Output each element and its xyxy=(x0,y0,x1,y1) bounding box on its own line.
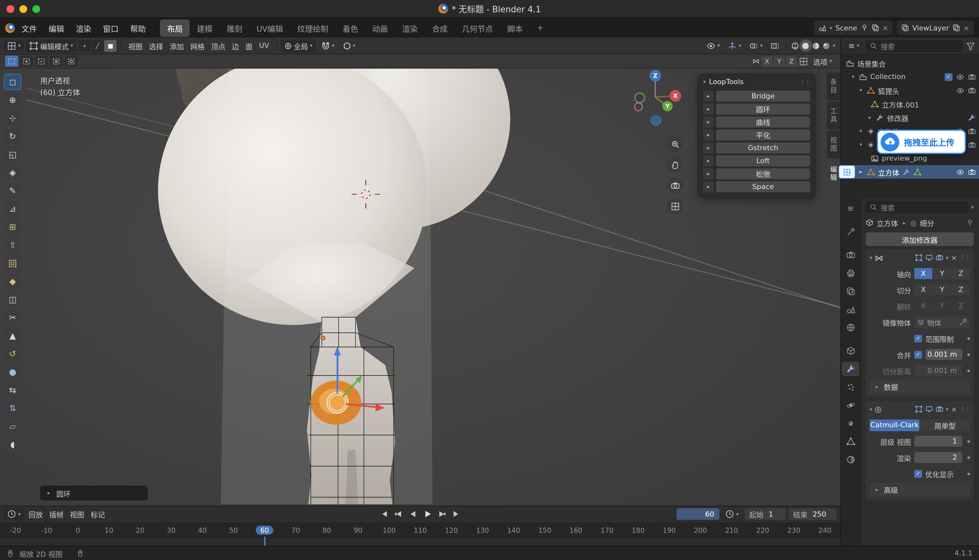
editor-type-button[interactable]: ▾ xyxy=(4,40,24,52)
topbar-menu-item[interactable]: 帮助 xyxy=(124,20,152,36)
sidebar-tab[interactable]: 条目 xyxy=(827,73,841,100)
extrude-region-tool-icon[interactable]: ⇧ xyxy=(4,237,22,253)
viewport-menu-item[interactable]: 边 xyxy=(228,39,242,52)
levels-render-field[interactable]: 2 xyxy=(914,452,962,463)
realtime-toggle-icon[interactable] xyxy=(925,254,933,262)
expand-icon[interactable]: ▾ xyxy=(858,87,864,93)
expand-options-button[interactable]: ▸ xyxy=(703,103,714,114)
extras-dropdown-icon[interactable]: ▾ xyxy=(946,255,949,261)
viewport-menu-item[interactable]: 顶点 xyxy=(208,39,228,52)
tool-options-dropdown[interactable]: 选项▾ xyxy=(810,55,835,68)
axis-toggle-button[interactable]: Z xyxy=(952,300,970,312)
axis-toggle-button[interactable]: X xyxy=(914,268,932,279)
timeline-tick[interactable]: 230 xyxy=(778,527,809,535)
tab-particles[interactable] xyxy=(842,380,859,394)
orientation-dropdown[interactable]: 全局▾ xyxy=(281,39,316,52)
timeline-menu-item[interactable]: 视图 xyxy=(67,508,87,521)
exclude-checkbox[interactable]: ✓ xyxy=(945,73,952,81)
timeline-tick[interactable]: 220 xyxy=(747,527,778,535)
timeline-ruler[interactable]: -20-100102030405060708090100110120130140… xyxy=(0,523,841,538)
looptools-action-button[interactable]: 曲线 xyxy=(716,116,810,127)
mirror-axis-button[interactable]: Y xyxy=(774,56,785,67)
axis-minus-x-ball[interactable] xyxy=(635,103,642,111)
material-shading-button[interactable] xyxy=(812,42,821,50)
viewport-menu-item[interactable]: 视图 xyxy=(125,39,146,52)
topbar-menu-item[interactable]: 窗口 xyxy=(97,20,124,36)
eye-icon[interactable] xyxy=(956,87,964,94)
timeline-tick[interactable]: 200 xyxy=(685,527,716,535)
looptools-action-button[interactable]: Bridge xyxy=(716,90,810,101)
face-select-button[interactable]: ■ xyxy=(104,40,117,52)
tab-scene[interactable] xyxy=(842,302,859,317)
tab-tool[interactable] xyxy=(842,225,859,239)
outliner-row-scene-collection[interactable]: 场景集合 xyxy=(841,56,979,70)
timeline-tick[interactable]: 210 xyxy=(716,527,747,535)
pin-icon[interactable] xyxy=(861,24,868,32)
jump-to-start-button[interactable] xyxy=(377,508,389,520)
tab-world[interactable] xyxy=(842,320,859,335)
animate-dot[interactable] xyxy=(967,472,970,475)
collapse-icon[interactable]: ▾ xyxy=(870,255,872,261)
catmull-clark-tab[interactable]: Catmull-Clark xyxy=(870,419,919,431)
viewport-menu-item[interactable]: 面 xyxy=(242,39,256,52)
play-reverse-button[interactable] xyxy=(406,508,419,520)
axis-minus-z-ball[interactable] xyxy=(651,115,661,125)
unlink-viewlayer-icon[interactable]: × xyxy=(964,23,969,32)
axis-navigation-gizmo[interactable]: Z X Y xyxy=(625,67,685,127)
shear-tool-icon[interactable]: ▱ xyxy=(4,418,22,434)
upload-overlay-button[interactable]: 拖拽至此上传 xyxy=(877,130,966,154)
pan-hand-button[interactable] xyxy=(667,157,683,173)
spin-tool-icon[interactable]: ↺ xyxy=(4,346,22,362)
timeline-tick[interactable]: 240 xyxy=(809,527,841,535)
scale-tool-icon[interactable]: ◱ xyxy=(4,146,22,162)
workspace-tab[interactable]: 建模 xyxy=(190,19,220,37)
zoom-window-button[interactable] xyxy=(32,5,40,13)
mirror-axis-button[interactable]: Z xyxy=(786,56,797,67)
add-modifier-button[interactable]: 添加修改器 xyxy=(866,232,974,246)
new-viewlayer-icon[interactable] xyxy=(952,24,960,32)
close-icon[interactable]: × xyxy=(951,253,957,262)
extension-badge[interactable] xyxy=(839,165,856,179)
viewlayer-selector[interactable]: ViewLayer × xyxy=(897,21,974,35)
topbar-menu-item[interactable]: 渲染 xyxy=(70,20,97,36)
looptools-action-button[interactable]: 平化 xyxy=(716,129,810,140)
merge-checkbox[interactable]: ✓ xyxy=(914,350,922,358)
bevel-tool-icon[interactable]: ◆ xyxy=(4,273,22,289)
viewport-menu-item[interactable]: 网格 xyxy=(187,39,208,52)
expand-options-button[interactable]: ▸ xyxy=(703,142,714,153)
tab-constraints[interactable] xyxy=(842,416,859,430)
workspace-tab[interactable]: 脚本 xyxy=(500,19,530,37)
expand-options-button[interactable]: ▸ xyxy=(703,90,714,101)
axis-toggle-button[interactable]: Z xyxy=(952,284,970,295)
collapse-icon[interactable]: ▾ xyxy=(870,406,872,412)
edit-mode-toggle-icon[interactable] xyxy=(915,254,923,262)
topbar-menu-item[interactable]: 编辑 xyxy=(43,20,70,36)
pin-icon[interactable] xyxy=(966,219,974,227)
axis-minus-y-ball[interactable] xyxy=(635,93,645,103)
outliner-row-cube-selected[interactable]: ▸ 立方体 xyxy=(841,165,979,179)
optimal-display-checkbox[interactable]: ✓ xyxy=(914,470,922,477)
select-mode-extend-button[interactable] xyxy=(20,56,33,67)
unlink-scene-icon[interactable]: × xyxy=(882,23,888,32)
expand-icon[interactable]: ▸ xyxy=(858,169,864,175)
jump-to-end-button[interactable] xyxy=(451,508,464,520)
minimize-window-button[interactable] xyxy=(19,5,27,13)
breadcrumb-modifier[interactable]: 细分 xyxy=(920,218,934,228)
snap-grid-icon[interactable] xyxy=(799,57,808,66)
outliner-search-input[interactable]: 搜索 xyxy=(866,40,963,52)
timeline-menu-item[interactable]: 回放 xyxy=(25,508,46,521)
tab-object-data[interactable] xyxy=(842,434,859,448)
animate-dot[interactable] xyxy=(967,369,970,372)
edit-mode-toggle-icon[interactable] xyxy=(915,405,923,413)
timeline-tick[interactable]: -10 xyxy=(31,527,62,535)
expand-icon[interactable]: ▾ xyxy=(858,142,864,148)
close-window-button[interactable] xyxy=(7,5,14,13)
looptools-action-button[interactable]: 松弛 xyxy=(716,168,810,179)
tab-render[interactable] xyxy=(842,248,859,262)
gizmos-dropdown[interactable]: ▾ xyxy=(725,40,745,52)
rotate-tool-icon[interactable]: ↻ xyxy=(4,128,22,144)
expand-options-button[interactable]: ▸ xyxy=(703,155,714,166)
advanced-subpanel-header[interactable]: ▸高级 xyxy=(870,483,970,496)
timeline-tick[interactable]: 130 xyxy=(467,527,498,535)
timeline-editor-type-button[interactable]: ▾ xyxy=(4,508,24,520)
